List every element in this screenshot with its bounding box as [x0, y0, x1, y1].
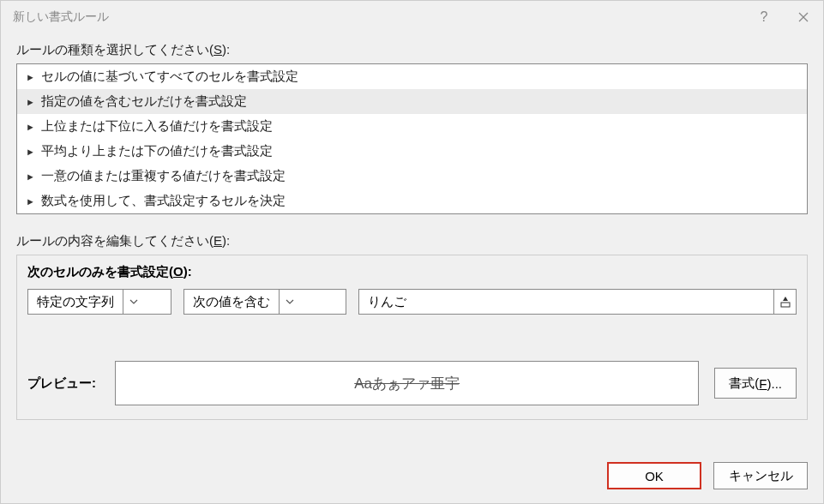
bullet-icon: ► [26, 171, 36, 182]
preview-label: プレビュー: [27, 375, 99, 392]
chevron-down-icon [279, 290, 299, 314]
preview-row: プレビュー: Aaあぁアァ亜宇 書式(F)... [27, 361, 797, 405]
rule-type-item[interactable]: ►一意の値または重複する値だけを書式設定 [17, 164, 807, 189]
rule-type-item[interactable]: ►平均より上または下の値だけを書式設定 [17, 139, 807, 164]
bullet-icon: ► [26, 97, 36, 107]
range-selector-icon [779, 296, 791, 308]
value-input[interactable] [359, 290, 773, 314]
dialog-new-formatting-rule: 新しい書式ルール ? ルールの種類を選択してください(S): ►セルの値に基づい… [0, 0, 824, 504]
close-icon [798, 12, 809, 22]
bullet-icon: ► [26, 147, 36, 157]
condition-controls-row: 特定の文字列 次の値を含む [27, 289, 797, 315]
svg-rect-2 [781, 303, 790, 307]
format-only-cells-label: 次のセルのみを書式設定(O): [27, 264, 797, 280]
svg-marker-3 [783, 297, 788, 301]
dialog-content: ルールの種類を選択してください(S): ►セルの値に基づいてすべてのセルを書式設… [1, 33, 823, 450]
value-input-wrap [358, 289, 797, 315]
dialog-title: 新しい書式ルール [13, 9, 744, 25]
range-selector-button[interactable] [773, 290, 796, 314]
cancel-button[interactable]: キャンセル [713, 462, 808, 489]
condition-type-combo[interactable]: 特定の文字列 [27, 289, 171, 315]
bullet-icon: ► [26, 122, 36, 132]
rule-description-group: 次のセルのみを書式設定(O): 特定の文字列 次の値を含む [16, 255, 808, 420]
rule-type-item[interactable]: ►上位または下位に入る値だけを書式設定 [17, 114, 807, 139]
format-button[interactable]: 書式(F)... [714, 368, 797, 399]
preview-box: Aaあぁアァ亜宇 [115, 361, 699, 405]
select-rule-type-label: ルールの種類を選択してください(S): [16, 42, 808, 58]
chevron-down-icon [123, 290, 143, 314]
rule-type-list: ►セルの値に基づいてすべてのセルを書式設定 ►指定の値を含むセルだけを書式設定 … [16, 63, 808, 214]
help-button[interactable]: ? [744, 1, 784, 33]
rule-type-item[interactable]: ►数式を使用して、書式設定するセルを決定 [17, 189, 807, 213]
edit-rule-description-label: ルールの内容を編集してください(E): [16, 233, 808, 249]
bullet-icon: ► [26, 72, 36, 82]
bullet-icon: ► [26, 196, 36, 207]
ok-button[interactable]: OK [607, 462, 701, 489]
operator-combo[interactable]: 次の値を含む [183, 289, 346, 315]
rule-type-item[interactable]: ►セルの値に基づいてすべてのセルを書式設定 [17, 64, 807, 89]
close-button[interactable] [784, 1, 823, 33]
titlebar: 新しい書式ルール ? [1, 1, 823, 33]
dialog-footer: OK キャンセル [1, 450, 823, 503]
rule-type-item[interactable]: ►指定の値を含むセルだけを書式設定 [17, 89, 807, 114]
